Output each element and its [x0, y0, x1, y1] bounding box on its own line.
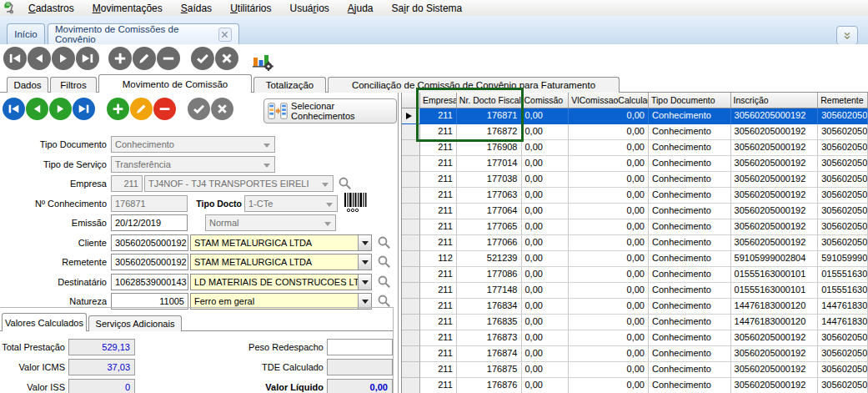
dropdown-button[interactable] [358, 235, 371, 250]
total-prestacao-value: 529,13 [102, 342, 130, 352]
nav-next-button[interactable] [52, 47, 75, 70]
page-tab-filtros[interactable]: Filtros [50, 77, 97, 93]
nav-prior-button[interactable] [26, 98, 48, 120]
page-tab-dados[interactable]: Dados [7, 77, 48, 93]
total-prestacao-field: 529,13 [68, 339, 135, 355]
column-header-inscri-o[interactable]: Inscrição [731, 93, 819, 108]
column-header-remetente[interactable]: Remetente [818, 93, 868, 108]
tipo-documento-select[interactable]: Conhecimento [111, 136, 275, 153]
nav-first-button[interactable] [3, 47, 27, 70]
table-row[interactable]: 2111770630,000,00Conhecimento30560205000… [402, 188, 868, 204]
add-button[interactable] [107, 98, 129, 120]
menu-item-saídas[interactable]: Saídas [172, 1, 221, 16]
cell: 0,00 [569, 346, 649, 362]
table-row[interactable]: 2111768340,000,00Conhecimento14476183000… [402, 299, 868, 315]
confirm-button[interactable] [188, 98, 210, 120]
tab-list-button[interactable] [836, 26, 858, 45]
table-row[interactable]: 2111768740,000,00Conhecimento30560205000… [402, 346, 868, 362]
table-row[interactable]: 2111768720,000,00Conhecimento30560205000… [402, 124, 868, 140]
empresa-search-icon[interactable] [338, 176, 354, 193]
column-header-comiss-o[interactable]: Comissão [522, 93, 569, 108]
cell: Conhecimento [649, 156, 731, 172]
table-row[interactable]: 2111768350,000,00Conhecimento14476183000… [402, 315, 868, 330]
edit-button[interactable] [133, 47, 156, 70]
empresa-select[interactable]: TJ4NOF - TJ4 TRANSPORTES EIRELI [144, 175, 334, 192]
tab-label: Serviços Adicionais [96, 319, 175, 329]
delete-button[interactable] [157, 47, 180, 70]
table-row[interactable]: 2111770660,000,00Conhecimento30560205000… [402, 235, 868, 251]
cell: 0,00 [569, 283, 649, 299]
page-tab-movimento[interactable]: Movimento de Comissão [98, 74, 252, 93]
cliente-search-icon[interactable] [377, 235, 394, 252]
page-tab-conciliação[interactable]: Conciliação de Comissão de Convênio para… [328, 77, 620, 93]
tab-servicos-adicionais[interactable]: Serviços Adicionais [88, 315, 182, 331]
tipo-documento-value: Conhecimento [115, 139, 174, 149]
barcode-icon[interactable] [344, 192, 367, 215]
table-row[interactable]: 2111770140,000,00Conhecimento30560205000… [402, 156, 868, 172]
column-header-tipo-documento[interactable]: Tipo Documento [649, 93, 731, 108]
page-tab-totalização[interactable]: Totalização [253, 77, 326, 93]
destinatario-select[interactable]: LD MATERIAIS DE CONSTRUCOES LTDA [190, 274, 372, 290]
table-row[interactable]: 2111770380,000,00Conhecimento30560205000… [402, 172, 868, 188]
nav-first-icon [8, 51, 23, 66]
table-row[interactable]: 2111769080,000,00Conhecimento30560205000… [402, 140, 868, 156]
menu-item-ajuda[interactable]: Ajuda [339, 1, 383, 16]
menu-item-cadastros[interactable]: Cadastros [19, 1, 83, 16]
table-row[interactable]: 2111768710,000,00Conhecimento30560205000… [402, 108, 868, 124]
remetente-select[interactable]: STAM METALURGICA LTDA [190, 254, 372, 270]
remetente-code-field[interactable]: 30560205000192 [111, 254, 188, 270]
table-row[interactable]: 2111768730,000,00Conhecimento30560205000… [402, 330, 868, 346]
nav-first-button[interactable] [3, 98, 25, 120]
remetente-search-icon[interactable] [377, 254, 394, 271]
emissao-tipo-select[interactable]: Normal [205, 214, 336, 231]
cliente-select[interactable]: STAM METALURGICA LTDA [190, 234, 372, 251]
empresa-code-field[interactable]: 211 [111, 175, 143, 192]
conhecimento-label: Nº Conhecimento [0, 195, 107, 212]
table-row[interactable]: 2111770860,000,00Conhecimento01555163000… [402, 267, 868, 283]
menu-item-utilitários[interactable]: Utilitários [221, 1, 280, 16]
confirm-button[interactable] [191, 47, 214, 70]
report-chart-button[interactable] [249, 47, 276, 73]
table-row[interactable]: 2111771480,000,00Conhecimento01555163000… [402, 283, 868, 299]
cliente-code-field[interactable]: 30560205000192 [111, 234, 188, 251]
column-header-vlcomissaocalculado[interactable]: VlComissaoCalculado [569, 93, 649, 108]
cancel-button[interactable] [211, 98, 233, 120]
destinatario-code-field[interactable]: 10628539000143 [111, 274, 188, 290]
tab-inicio[interactable]: Início [7, 23, 45, 44]
add-button[interactable] [108, 47, 132, 70]
table-row[interactable]: 2111768750,000,00Conhecimento30560205000… [402, 362, 868, 378]
tde-calculado-field [327, 359, 393, 375]
nav-last-button[interactable] [73, 98, 95, 120]
menu-item-usuários[interactable]: Usuários [280, 1, 338, 16]
delete-button[interactable] [153, 98, 176, 120]
dropdown-button[interactable] [358, 254, 371, 270]
tipo-docto-select[interactable]: 1-CTe [244, 195, 338, 212]
cancel-button[interactable] [215, 47, 238, 70]
column-header-nr-docto-fiscal[interactable]: Nr. Docto Fiscal [457, 93, 522, 108]
nav-next-button[interactable] [49, 98, 72, 120]
empresa-code: 211 [123, 179, 138, 189]
peso-redespacho-field[interactable] [327, 339, 393, 355]
dropdown-button[interactable] [358, 275, 371, 290]
cell: 01555163000101 [731, 283, 819, 299]
nav-last-icon [77, 102, 91, 116]
tab-close-icon[interactable] [218, 28, 232, 42]
table-row[interactable]: 1125212390,000,00Conhecimento59105999002… [402, 251, 868, 267]
column-header-empresa[interactable]: Empresa [420, 93, 457, 108]
tab-movimento-comissoes[interactable]: Movimento de Comissões de Convênio [48, 23, 239, 44]
nav-prior-button[interactable] [28, 47, 51, 70]
select-conhecimentos-button[interactable]: Selecionar Conhecimentos [263, 98, 397, 123]
nav-last-button[interactable] [76, 47, 99, 70]
table-row[interactable]: 2111768760,000,00Conhecimento30560205000… [402, 378, 868, 393]
table-row[interactable]: 2111770650,000,00Conhecimento30560205000… [402, 219, 868, 235]
cell: 30560205000192 [731, 172, 819, 188]
destinatario-search-icon[interactable] [377, 275, 394, 291]
menu-item-movimentações[interactable]: Movimentações [83, 1, 172, 16]
tipo-servico-select[interactable]: Transferência [111, 156, 275, 173]
menu-item-sair-do-sistema[interactable]: Sair do Sistema [383, 1, 472, 16]
tab-valores-calculados[interactable]: Valores Calculados [2, 313, 87, 331]
natureza-search-icon[interactable] [377, 294, 394, 310]
emissao-field[interactable]: 20/12/2019 [111, 214, 188, 231]
table-row[interactable]: 2111770640,000,00Conhecimento30560205000… [402, 204, 868, 219]
edit-button[interactable] [130, 98, 153, 120]
